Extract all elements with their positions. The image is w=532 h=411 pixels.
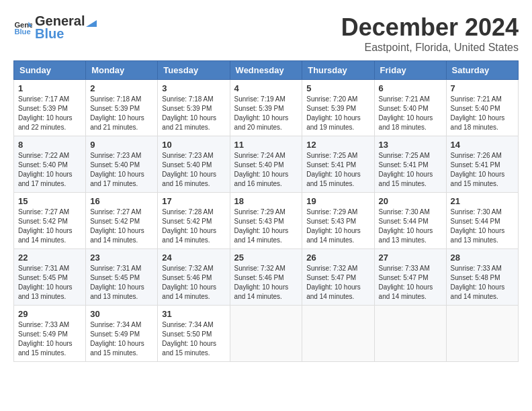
calendar-cell: 26 Sunrise: 7:32 AM Sunset: 5:47 PM Dayl… [302, 249, 374, 306]
calendar-cell: 8 Sunrise: 7:22 AM Sunset: 5:40 PM Dayli… [14, 136, 86, 193]
day-number: 1 [18, 83, 81, 93]
day-number: 21 [451, 196, 514, 206]
sunset-label: Sunset: 5:49 PM [18, 330, 68, 338]
calendar-cell: 25 Sunrise: 7:32 AM Sunset: 5:46 PM Dayl… [230, 249, 302, 306]
sunrise-label: Sunrise: 7:21 AM [379, 95, 430, 103]
sunset-label: Sunset: 5:42 PM [162, 218, 212, 225]
day-info: Sunrise: 7:34 AM Sunset: 5:49 PM Dayligh… [90, 320, 153, 358]
sunset-label: Sunset: 5:41 PM [379, 161, 429, 169]
day-info: Sunrise: 7:31 AM Sunset: 5:45 PM Dayligh… [90, 264, 153, 302]
daylight-label: Daylight: 10 hours and 14 minutes. [162, 227, 216, 244]
sunrise-label: Sunrise: 7:31 AM [18, 265, 69, 272]
sunrise-label: Sunrise: 7:26 AM [451, 152, 502, 159]
weekday-header-tuesday: Tuesday [158, 61, 230, 80]
day-info: Sunrise: 7:20 AM Sunset: 5:39 PM Dayligh… [306, 95, 369, 132]
calendar-cell [446, 306, 518, 362]
weekday-header-saturday: Saturday [446, 61, 518, 80]
day-number: 19 [306, 196, 369, 206]
day-number: 7 [451, 83, 514, 93]
sunrise-label: Sunrise: 7:23 AM [162, 152, 213, 159]
week-row-2: 8 Sunrise: 7:22 AM Sunset: 5:40 PM Dayli… [14, 136, 519, 193]
daylight-label: Daylight: 10 hours and 15 minutes. [379, 171, 433, 187]
daylight-label: Daylight: 10 hours and 13 minutes. [451, 227, 505, 244]
daylight-label: Daylight: 10 hours and 16 minutes. [234, 171, 289, 187]
daylight-label: Daylight: 10 hours and 15 minutes. [90, 340, 144, 357]
sunrise-label: Sunrise: 7:27 AM [90, 208, 141, 216]
day-number: 26 [306, 253, 369, 263]
day-info: Sunrise: 7:33 AM Sunset: 5:49 PM Dayligh… [18, 320, 81, 358]
sunrise-label: Sunrise: 7:25 AM [379, 152, 430, 159]
day-info: Sunrise: 7:32 AM Sunset: 5:46 PM Dayligh… [234, 264, 298, 302]
sunrise-label: Sunrise: 7:23 AM [90, 152, 141, 159]
sunrise-label: Sunrise: 7:32 AM [306, 265, 357, 272]
day-info: Sunrise: 7:27 AM Sunset: 5:42 PM Dayligh… [18, 208, 81, 245]
sunrise-label: Sunrise: 7:22 AM [18, 152, 69, 159]
day-info: Sunrise: 7:21 AM Sunset: 5:40 PM Dayligh… [379, 95, 442, 132]
calendar-cell: 27 Sunrise: 7:33 AM Sunset: 5:47 PM Dayl… [374, 249, 446, 306]
sunset-label: Sunset: 5:43 PM [234, 218, 284, 225]
daylight-label: Daylight: 10 hours and 15 minutes. [306, 171, 361, 187]
daylight-label: Daylight: 10 hours and 17 minutes. [90, 171, 144, 187]
week-row-5: 29 Sunrise: 7:33 AM Sunset: 5:49 PM Dayl… [14, 306, 519, 362]
day-info: Sunrise: 7:33 AM Sunset: 5:48 PM Dayligh… [451, 264, 514, 302]
sunset-label: Sunset: 5:50 PM [162, 330, 212, 338]
day-info: Sunrise: 7:21 AM Sunset: 5:40 PM Dayligh… [451, 95, 514, 132]
day-info: Sunrise: 7:17 AM Sunset: 5:39 PM Dayligh… [18, 95, 81, 132]
day-info: Sunrise: 7:32 AM Sunset: 5:47 PM Dayligh… [306, 264, 369, 302]
day-info: Sunrise: 7:32 AM Sunset: 5:46 PM Dayligh… [162, 264, 225, 302]
day-info: Sunrise: 7:31 AM Sunset: 5:45 PM Dayligh… [18, 264, 81, 302]
sunrise-label: Sunrise: 7:24 AM [234, 152, 285, 159]
calendar-cell: 21 Sunrise: 7:30 AM Sunset: 5:44 PM Dayl… [446, 193, 518, 249]
sunrise-label: Sunrise: 7:20 AM [306, 95, 357, 103]
daylight-label: Daylight: 10 hours and 17 minutes. [18, 171, 73, 187]
sunset-label: Sunset: 5:46 PM [162, 274, 212, 281]
day-number: 12 [306, 140, 369, 150]
location: Eastpoint, Florida, United States [341, 42, 519, 54]
calendar-cell: 28 Sunrise: 7:33 AM Sunset: 5:48 PM Dayl… [446, 249, 518, 306]
calendar-cell: 22 Sunrise: 7:31 AM Sunset: 5:45 PM Dayl… [14, 249, 86, 306]
week-row-4: 22 Sunrise: 7:31 AM Sunset: 5:45 PM Dayl… [14, 249, 519, 306]
calendar-cell: 7 Sunrise: 7:21 AM Sunset: 5:40 PM Dayli… [446, 80, 518, 136]
day-number: 9 [90, 140, 153, 150]
daylight-label: Daylight: 10 hours and 14 minutes. [379, 283, 433, 300]
sunset-label: Sunset: 5:40 PM [451, 105, 500, 112]
calendar-cell: 19 Sunrise: 7:29 AM Sunset: 5:43 PM Dayl… [302, 193, 374, 249]
day-number: 25 [234, 253, 298, 263]
daylight-label: Daylight: 10 hours and 15 minutes. [162, 340, 216, 357]
calendar-cell: 15 Sunrise: 7:27 AM Sunset: 5:42 PM Dayl… [14, 193, 86, 249]
sunrise-label: Sunrise: 7:33 AM [451, 265, 502, 272]
daylight-label: Daylight: 10 hours and 14 minutes. [451, 283, 505, 300]
day-info: Sunrise: 7:18 AM Sunset: 5:39 PM Dayligh… [90, 95, 153, 132]
sunset-label: Sunset: 5:40 PM [90, 161, 140, 169]
calendar-cell: 3 Sunrise: 7:18 AM Sunset: 5:39 PM Dayli… [158, 80, 230, 136]
sunrise-label: Sunrise: 7:19 AM [234, 95, 285, 103]
calendar-cell: 20 Sunrise: 7:30 AM Sunset: 5:44 PM Dayl… [374, 193, 446, 249]
day-info: Sunrise: 7:34 AM Sunset: 5:50 PM Dayligh… [162, 320, 225, 358]
weekday-header-row: SundayMondayTuesdayWednesdayThursdayFrid… [14, 61, 519, 80]
daylight-label: Daylight: 10 hours and 19 minutes. [306, 114, 361, 131]
calendar-cell [374, 306, 446, 362]
calendar-cell: 6 Sunrise: 7:21 AM Sunset: 5:40 PM Dayli… [374, 80, 446, 136]
day-number: 31 [162, 309, 225, 319]
calendar-cell: 12 Sunrise: 7:25 AM Sunset: 5:41 PM Dayl… [302, 136, 374, 193]
day-number: 30 [90, 309, 153, 319]
calendar-cell: 1 Sunrise: 7:17 AM Sunset: 5:39 PM Dayli… [14, 80, 86, 136]
weekday-header-thursday: Thursday [302, 61, 374, 80]
sunset-label: Sunset: 5:44 PM [379, 218, 429, 225]
day-number: 4 [234, 83, 298, 93]
calendar-cell: 2 Sunrise: 7:18 AM Sunset: 5:39 PM Dayli… [86, 80, 158, 136]
daylight-label: Daylight: 10 hours and 13 minutes. [379, 227, 433, 244]
month-title: December 2024 [341, 13, 519, 42]
day-number: 23 [90, 253, 153, 263]
day-info: Sunrise: 7:18 AM Sunset: 5:39 PM Dayligh… [162, 95, 225, 132]
calendar-cell: 24 Sunrise: 7:32 AM Sunset: 5:46 PM Dayl… [158, 249, 230, 306]
day-number: 3 [162, 83, 225, 93]
week-row-3: 15 Sunrise: 7:27 AM Sunset: 5:42 PM Dayl… [14, 193, 519, 249]
sunset-label: Sunset: 5:41 PM [451, 161, 500, 169]
sunset-label: Sunset: 5:39 PM [306, 105, 356, 112]
day-info: Sunrise: 7:23 AM Sunset: 5:40 PM Dayligh… [90, 151, 153, 189]
sunrise-label: Sunrise: 7:29 AM [306, 208, 357, 216]
day-number: 20 [379, 196, 442, 206]
day-number: 8 [18, 140, 81, 150]
sunset-label: Sunset: 5:44 PM [451, 218, 500, 225]
